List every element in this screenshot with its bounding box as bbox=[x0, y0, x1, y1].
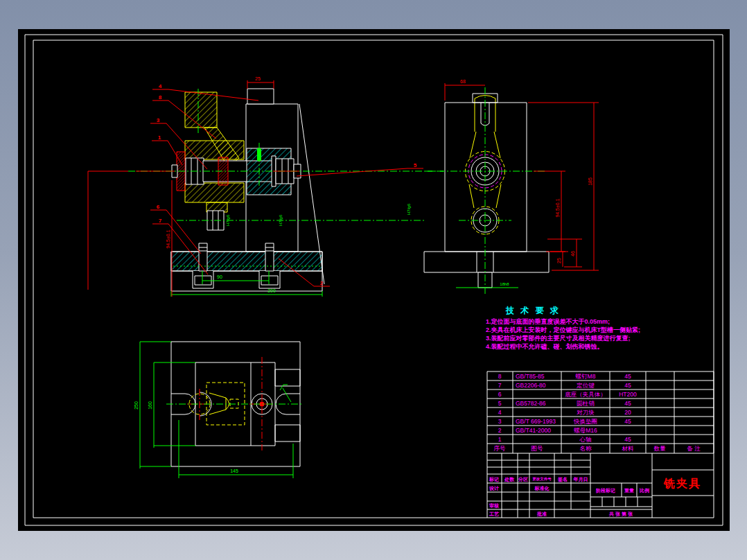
svg-text:快换垫圈: 快换垫圈 bbox=[573, 418, 597, 425]
dim-boss-width: 25 bbox=[255, 76, 261, 81]
svg-text:2: 2 bbox=[498, 427, 502, 434]
fit-label-3: H7/g6 bbox=[407, 203, 411, 215]
svg-text:5: 5 bbox=[498, 400, 502, 407]
tech-req-item-4: 4.装配过程中不允许磕、碰、划伤和锈蚀。 bbox=[486, 343, 604, 350]
dim-axis-height: 94.5±0.1 bbox=[166, 229, 170, 248]
svg-text:8: 8 bbox=[159, 94, 162, 100]
svg-text:序号: 序号 bbox=[494, 445, 507, 452]
svg-text:5: 5 bbox=[414, 162, 417, 168]
svg-text:4: 4 bbox=[159, 83, 162, 89]
base-section-hatch bbox=[171, 252, 322, 271]
viewer-background: { "colors": { "background_top": "#8290a9… bbox=[0, 0, 747, 560]
scale-label: 比例 bbox=[640, 487, 649, 493]
svg-text:螺母M16: 螺母M16 bbox=[574, 427, 597, 434]
svg-text:定位键: 定位键 bbox=[576, 382, 595, 389]
dim-key: 18h8 bbox=[500, 282, 509, 286]
dim-front-top: 68 bbox=[460, 79, 466, 84]
svg-text:底座（夹具体）: 底座（夹具体） bbox=[565, 391, 606, 398]
svg-text:45: 45 bbox=[624, 373, 631, 380]
sheet-label: 共 张 第 张 bbox=[608, 511, 633, 517]
svg-text:GB/T85-85: GB/T85-85 bbox=[516, 373, 545, 380]
svg-text:7: 7 bbox=[159, 218, 162, 224]
svg-text:6: 6 bbox=[498, 391, 502, 398]
stage-mark-label: 阶段标记 bbox=[596, 488, 615, 493]
svg-text:2: 2 bbox=[320, 280, 324, 286]
svg-text:45: 45 bbox=[624, 418, 631, 425]
svg-text:GB/T41-2000: GB/T41-2000 bbox=[516, 427, 551, 434]
drawing-title: 铣夹具 bbox=[663, 478, 701, 490]
tech-req-item-1: 1.定位面与底面的垂直度误差不大于0.05mm; bbox=[486, 318, 610, 325]
top-boss bbox=[247, 89, 274, 104]
fit-label-2: H7/g6 bbox=[279, 214, 283, 226]
svg-text:更改文件号: 更改文件号 bbox=[532, 477, 552, 482]
dim-total-height: 185 bbox=[588, 177, 592, 186]
dim-center-height: 94.5±0.1 bbox=[555, 198, 560, 217]
dim-step: 46 bbox=[570, 251, 575, 256]
svg-text:对刀块: 对刀块 bbox=[577, 409, 595, 416]
svg-text:GB2206-80: GB2206-80 bbox=[516, 382, 546, 389]
svg-text:签名: 签名 bbox=[557, 477, 568, 482]
svg-text:材料: 材料 bbox=[622, 445, 635, 452]
dim-bolt-span: 90 bbox=[217, 274, 222, 279]
svg-text:圆柱销: 圆柱销 bbox=[577, 400, 595, 407]
set-pin-mark bbox=[257, 148, 261, 161]
workpiece-hub-upper bbox=[185, 141, 244, 159]
dim-base-height: 25 bbox=[556, 258, 561, 263]
svg-text:3: 3 bbox=[498, 418, 502, 425]
process-label: 工艺 bbox=[489, 511, 500, 516]
svg-text:45: 45 bbox=[624, 400, 631, 407]
svg-text:45: 45 bbox=[624, 436, 631, 443]
svg-text:8: 8 bbox=[498, 373, 502, 380]
dim-base-width: 200 bbox=[267, 288, 276, 293]
workpiece-hub-lower bbox=[185, 183, 244, 202]
svg-text:年月日: 年月日 bbox=[573, 476, 588, 482]
svg-text:1: 1 bbox=[158, 134, 161, 141]
fit-label-1: H7/g6 bbox=[226, 214, 230, 226]
svg-text:3: 3 bbox=[157, 117, 160, 123]
svg-text:4: 4 bbox=[498, 409, 502, 416]
svg-text:名称: 名称 bbox=[580, 445, 592, 452]
design-label: 设计 bbox=[489, 486, 499, 491]
tech-req-item-3: 3.装配前应对零部件的主要尺寸及相关精度进行复查; bbox=[486, 335, 631, 342]
approve-label: 批准 bbox=[536, 511, 547, 517]
svg-text:数量: 数量 bbox=[654, 445, 667, 452]
svg-text:GB5782-86: GB5782-86 bbox=[516, 400, 546, 407]
svg-text:处数: 处数 bbox=[504, 477, 515, 482]
svg-text:图号: 图号 bbox=[531, 445, 544, 452]
weight-label: 重量 bbox=[624, 488, 634, 493]
workpiece-big-end-section bbox=[185, 92, 217, 128]
svg-text:1: 1 bbox=[498, 436, 502, 443]
dim-plan-width: 145 bbox=[230, 469, 238, 473]
cad-drawing-canvas[interactable]: 90 200 H7/g6 H7/g6 H7/g6 25 94.5±0.1 4 8… bbox=[0, 0, 747, 560]
tech-req-item-2: 2.夹具在机床上安装时，定位键应与机床T型槽一侧贴紧; bbox=[486, 326, 640, 333]
svg-text:螺钉M8: 螺钉M8 bbox=[576, 373, 596, 380]
svg-text:6: 6 bbox=[157, 204, 160, 210]
audit-label: 审核 bbox=[489, 502, 499, 509]
svg-text:备 注: 备 注 bbox=[687, 445, 701, 452]
svg-text:标记: 标记 bbox=[489, 477, 499, 482]
svg-text:45: 45 bbox=[624, 382, 631, 389]
svg-text:HT200: HT200 bbox=[619, 391, 637, 398]
svg-text:7: 7 bbox=[498, 382, 502, 389]
drawing-sheet bbox=[18, 29, 730, 531]
dim-plan-inner: 160 bbox=[148, 401, 152, 410]
tech-requirements-heading: 技 术 要 求 bbox=[505, 306, 561, 315]
svg-text:GB/T 669-1993: GB/T 669-1993 bbox=[516, 418, 556, 425]
standardization-label: 标准化 bbox=[534, 485, 550, 491]
svg-text:分区: 分区 bbox=[518, 477, 528, 482]
svg-text:心轴: 心轴 bbox=[579, 436, 592, 443]
dim-plan-outer: 250 bbox=[134, 401, 139, 410]
svg-text:20: 20 bbox=[624, 409, 631, 416]
